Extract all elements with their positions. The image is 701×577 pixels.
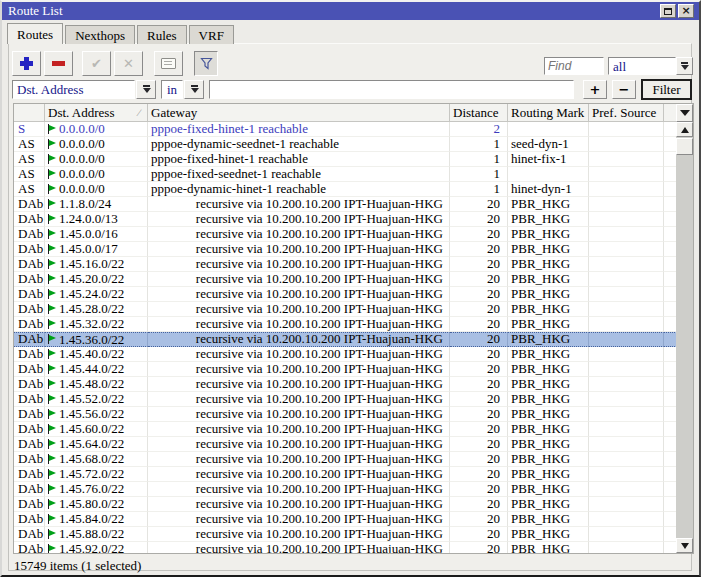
table-row[interactable]: AS0.0.0.0/0pppoe-fixed-hinet-1 reachable… [14,152,677,167]
route-pref-source [589,347,664,362]
titlebar: Route List × [2,2,699,20]
table-row[interactable]: DAb1.45.24.0/22recursive via 10.200.10.2… [14,287,677,302]
maximize-button[interactable] [660,4,676,18]
route-dst-address: 1.45.0.0/17 [45,242,148,257]
table-row[interactable]: DAb1.45.84.0/22recursive via 10.200.10.2… [14,512,677,527]
route-dst-address: 1.45.60.0/22 [45,422,148,437]
close-button[interactable]: × [678,4,694,18]
table-row[interactable]: DAb1.45.36.0/22recursive via 10.200.10.2… [14,332,677,347]
table-row[interactable]: DAb1.45.92.0/22recursive via 10.200.10.2… [14,542,677,553]
find-scope-select[interactable]: all [608,57,676,75]
route-flags: DAb [14,347,45,362]
column-settings-button[interactable] [676,104,693,122]
maximize-icon [664,8,672,15]
route-pref-source [589,152,664,167]
column-label: Distance [453,105,498,121]
route-distance: 20 [450,542,508,553]
route-flags: DAb [14,437,45,452]
filter-operator-dropdown-button[interactable] [184,80,204,99]
filter-value-input[interactable] [209,80,574,99]
disable-route-button[interactable]: ✕ [114,51,143,76]
table-row[interactable]: DAb1.45.72.0/22recursive via 10.200.10.2… [14,467,677,482]
filter-apply-label: Filter [652,82,680,98]
column-header-dst-address[interactable]: Dst. Address ∕ [45,104,148,122]
table-row[interactable]: DAb1.45.64.0/22recursive via 10.200.10.2… [14,437,677,452]
add-route-button[interactable] [12,51,41,76]
find-input[interactable] [544,57,604,75]
filter-field-select[interactable]: Dst. Address [12,80,135,99]
route-flags: AS [14,137,45,152]
table-row[interactable]: AS0.0.0.0/0pppoe-fixed-seednet-1 reachab… [14,167,677,182]
table-row[interactable]: DAb1.45.32.0/22recursive via 10.200.10.2… [14,317,677,332]
route-flags: DAb [14,392,45,407]
route-dst-address: 1.45.0.0/16 [45,227,148,242]
route-pref-source [589,167,664,182]
route-flags: DAb [14,197,45,212]
filter-field-dropdown-button[interactable] [136,80,156,99]
scroll-down-button[interactable] [676,538,693,553]
route-pref-source [589,212,664,227]
chevron-up-icon [681,127,689,133]
scrollbar-thumb[interactable] [676,138,693,155]
route-flags: DAb [14,317,45,332]
route-distance: 20 [450,227,508,242]
filter-remove-button[interactable]: − [612,80,636,99]
table-row[interactable]: DAb1.45.68.0/22recursive via 10.200.10.2… [14,452,677,467]
table-row[interactable]: DAb1.45.56.0/22recursive via 10.200.10.2… [14,407,677,422]
route-pref-source [589,437,664,452]
route-dst-address: 1.45.52.0/22 [45,392,148,407]
filter-toggle-button[interactable] [194,51,218,76]
column-header-distance[interactable]: Distance [450,104,508,122]
route-distance: 20 [450,407,508,422]
table-row[interactable]: DAb1.45.28.0/22recursive via 10.200.10.2… [14,302,677,317]
tab-rules[interactable]: Rules [137,25,187,44]
route-pref-source [589,452,664,467]
table-row[interactable]: AS0.0.0.0/0pppoe-dynamic-seednet-1 reach… [14,137,677,152]
chevron-down-icon [680,110,690,116]
tab-vrf[interactable]: VRF [189,25,234,44]
vertical-scrollbar[interactable] [676,122,693,553]
green-flag-icon [47,319,56,330]
route-pref-source [589,182,664,197]
table-row[interactable]: S0.0.0.0/0pppoe-fixed-hinet-1 reachable2 [14,122,677,137]
route-gateway: recursive via 10.200.10.200 IPT-Huajuan-… [148,302,450,317]
tab-nexthops[interactable]: Nexthops [65,25,135,44]
column-header-routing-mark[interactable]: Routing Mark [508,104,589,122]
table-row[interactable]: DAb1.45.44.0/22recursive via 10.200.10.2… [14,362,677,377]
find-scope-dropdown-button[interactable] [676,57,693,75]
route-routing-mark: PBR_HKG [508,512,589,527]
route-pref-source [589,137,664,152]
table-row[interactable]: DAb1.45.20.0/22recursive via 10.200.10.2… [14,272,677,287]
table-row[interactable]: DAb1.45.40.0/22recursive via 10.200.10.2… [14,347,677,362]
column-header-gateway[interactable]: Gateway [148,104,450,122]
filter-operator-select[interactable]: in [161,80,183,99]
table-row[interactable]: DAb1.45.88.0/22recursive via 10.200.10.2… [14,527,677,542]
route-flags: AS [14,182,45,197]
route-dst-address: 0.0.0.0/0 [45,152,148,167]
table-row[interactable]: DAb1.24.0.0/13recursive via 10.200.10.20… [14,212,677,227]
tab-routes[interactable]: Routes [7,23,63,44]
table-row[interactable]: DAb1.45.80.0/22recursive via 10.200.10.2… [14,497,677,512]
remove-route-button[interactable] [44,51,73,76]
table-row[interactable]: DAb1.45.0.0/16recursive via 10.200.10.20… [14,227,677,242]
column-header-flags[interactable] [14,104,45,122]
table-row[interactable]: DAb1.45.52.0/22recursive via 10.200.10.2… [14,392,677,407]
green-flag-icon [47,454,56,465]
scroll-up-button[interactable] [676,122,693,137]
table-row[interactable]: DAb1.45.16.0/22recursive via 10.200.10.2… [14,257,677,272]
table-row[interactable]: DAb1.45.0.0/17recursive via 10.200.10.20… [14,242,677,257]
route-routing-mark: seed-dyn-1 [508,137,589,152]
green-flag-icon [47,424,56,435]
filter-add-button[interactable]: + [583,80,607,99]
table-row[interactable]: DAb1.45.76.0/22recursive via 10.200.10.2… [14,482,677,497]
column-header-pref-source[interactable]: Pref. Source [589,104,664,122]
filter-apply-button[interactable]: Filter [641,79,692,100]
enable-route-button[interactable]: ✔ [82,51,111,76]
route-dst-address: 1.45.64.0/22 [45,437,148,452]
route-routing-mark: PBR_HKG [508,302,589,317]
table-row[interactable]: DAb1.1.8.0/24recursive via 10.200.10.200… [14,197,677,212]
table-row[interactable]: AS0.0.0.0/0pppoe-dynamic-hinet-1 reachab… [14,182,677,197]
comment-button[interactable] [154,51,183,76]
table-row[interactable]: DAb1.45.48.0/22recursive via 10.200.10.2… [14,377,677,392]
table-row[interactable]: DAb1.45.60.0/22recursive via 10.200.10.2… [14,422,677,437]
